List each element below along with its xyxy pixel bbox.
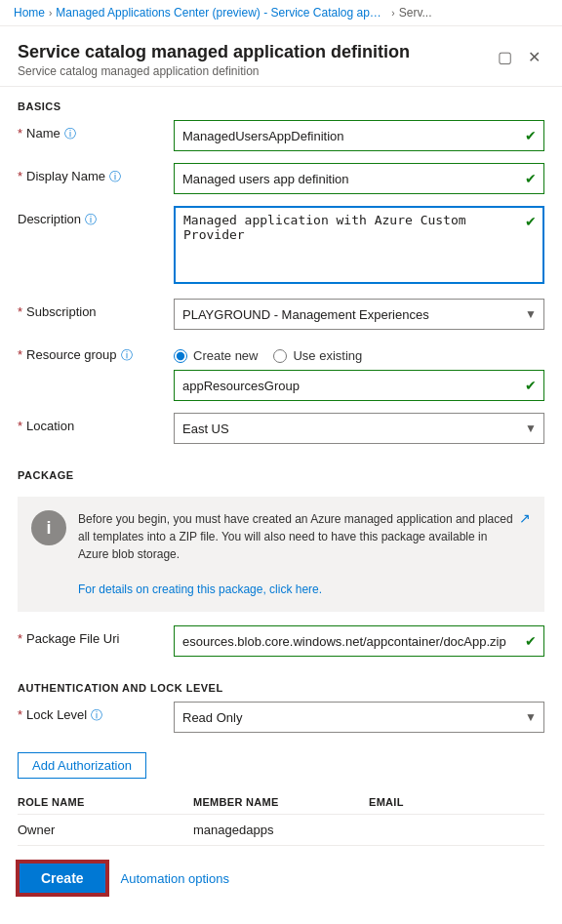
name-control: ✔ bbox=[174, 120, 544, 151]
panel-subtitle: Service catalog managed application defi… bbox=[18, 64, 410, 78]
breadcrumb-current: Serv... bbox=[399, 6, 432, 20]
name-input[interactable] bbox=[174, 120, 544, 151]
description-valid-icon: ✔ bbox=[525, 214, 537, 229]
panel-title-section: Service catalog managed application defi… bbox=[18, 42, 410, 78]
add-authorization-button[interactable]: Add Authorization bbox=[18, 752, 146, 779]
auth-table-header: ROLE NAME MEMBER NAME EMAIL bbox=[18, 790, 544, 815]
table-row: Owner managedapps bbox=[18, 815, 544, 846]
auth-section-title: AUTHENTICATION AND LOCK LEVEL bbox=[18, 668, 544, 702]
display-name-label: * Display Name ⓘ bbox=[18, 163, 174, 185]
table-row-email bbox=[369, 823, 544, 837]
rg-info-icon[interactable]: ⓘ bbox=[121, 347, 133, 364]
use-existing-label-text: Use existing bbox=[293, 348, 362, 363]
lock-level-label-text: Lock Level bbox=[26, 707, 87, 722]
package-uri-required-star: * bbox=[18, 631, 22, 646]
panel-actions: ▢ ✕ bbox=[494, 46, 544, 68]
display-name-row: * Display Name ⓘ ✔ bbox=[18, 163, 544, 194]
resource-group-input-control: ✔ bbox=[174, 370, 544, 401]
location-row: * Location East US ▼ bbox=[18, 413, 544, 444]
create-new-radio[interactable] bbox=[174, 349, 187, 363]
subscription-required-star: * bbox=[18, 304, 22, 319]
footer: Create Automation options bbox=[0, 846, 562, 910]
resource-group-label-text: Resource group bbox=[26, 347, 117, 362]
description-textarea[interactable]: Managed application with Azure Custom Pr… bbox=[174, 206, 544, 284]
create-button[interactable]: Create bbox=[18, 862, 107, 895]
breadcrumb-home[interactable]: Home bbox=[14, 6, 45, 20]
display-name-required-star: * bbox=[18, 169, 22, 183]
use-existing-radio-label[interactable]: Use existing bbox=[273, 348, 362, 363]
subscription-control: PLAYGROUND - Management Experiences ▼ bbox=[174, 299, 544, 330]
external-link-icon[interactable]: ↗ bbox=[519, 508, 531, 529]
info-box-text: ↗ Before you begin, you must have create… bbox=[78, 510, 531, 598]
form-content: BASICS * Name ⓘ ✔ * Display Name ⓘ ✔ bbox=[0, 87, 562, 846]
use-existing-radio[interactable] bbox=[273, 349, 287, 363]
location-label-text: Location bbox=[26, 419, 74, 433]
description-control: Managed application with Azure Custom Pr… bbox=[174, 206, 544, 287]
location-control: East US ▼ bbox=[174, 413, 544, 444]
restore-button[interactable]: ▢ bbox=[494, 46, 516, 68]
name-label: * Name ⓘ bbox=[18, 120, 174, 142]
main-panel: Service catalog managed application defi… bbox=[0, 26, 562, 924]
package-uri-valid-icon: ✔ bbox=[525, 633, 537, 649]
col-role-name-header: ROLE NAME bbox=[18, 796, 193, 808]
lock-level-required-star: * bbox=[18, 707, 22, 722]
lock-level-row: * Lock Level ⓘ Read Only ▼ bbox=[18, 702, 544, 733]
col-email-header: EMAIL bbox=[369, 796, 544, 808]
resource-group-input-row: ✔ bbox=[18, 370, 544, 401]
location-select[interactable]: East US bbox=[174, 413, 544, 444]
resource-group-label: * Resource group ⓘ bbox=[18, 341, 174, 364]
package-uri-label: * Package File Uri bbox=[18, 625, 174, 646]
display-name-valid-icon: ✔ bbox=[525, 171, 537, 186]
lock-level-label: * Lock Level ⓘ bbox=[18, 702, 174, 724]
name-required-star: * bbox=[18, 126, 22, 141]
rg-valid-icon: ✔ bbox=[525, 378, 537, 393]
automation-options-link[interactable]: Automation options bbox=[121, 871, 229, 886]
breadcrumb-managed-apps[interactable]: Managed Applications Center (preview) - … bbox=[56, 6, 387, 20]
create-new-label-text: Create new bbox=[193, 348, 258, 363]
name-label-text: Name bbox=[26, 126, 60, 141]
panel-header: Service catalog managed application defi… bbox=[0, 26, 562, 87]
subscription-label-text: Subscription bbox=[26, 304, 97, 319]
resource-group-input[interactable] bbox=[174, 370, 544, 401]
package-uri-input[interactable] bbox=[174, 625, 544, 657]
basics-section-title: BASICS bbox=[18, 87, 544, 120]
location-label: * Location bbox=[18, 413, 174, 433]
name-info-icon[interactable]: ⓘ bbox=[64, 126, 76, 142]
table-row-member: managedapps bbox=[193, 823, 369, 837]
table-row-role: Owner bbox=[18, 823, 193, 837]
display-name-info-icon[interactable]: ⓘ bbox=[109, 169, 121, 185]
description-info-icon[interactable]: ⓘ bbox=[85, 212, 97, 228]
description-label-text: Description bbox=[18, 212, 81, 226]
location-required-star: * bbox=[18, 419, 22, 433]
resource-group-top: * Resource group ⓘ Create new Use existi… bbox=[18, 341, 544, 364]
package-info-box: i ↗ Before you begin, you must have crea… bbox=[18, 497, 544, 612]
package-uri-control: ✔ bbox=[174, 625, 544, 657]
close-button[interactable]: ✕ bbox=[524, 46, 544, 68]
panel-title: Service catalog managed application defi… bbox=[18, 42, 410, 62]
package-info-link[interactable]: For details on creating this package, cl… bbox=[78, 583, 322, 596]
rg-required-star: * bbox=[18, 347, 22, 362]
subscription-row: * Subscription PLAYGROUND - Management E… bbox=[18, 299, 544, 330]
breadcrumb-sep-2: › bbox=[391, 8, 394, 19]
create-new-radio-label[interactable]: Create new bbox=[174, 348, 258, 363]
resource-group-radio-group: Create new Use existing bbox=[174, 342, 362, 363]
subscription-select[interactable]: PLAYGROUND - Management Experiences bbox=[174, 299, 544, 330]
name-valid-icon: ✔ bbox=[525, 128, 537, 143]
breadcrumb: Home › Managed Applications Center (prev… bbox=[0, 0, 562, 26]
name-row: * Name ⓘ ✔ bbox=[18, 120, 544, 151]
package-uri-row: * Package File Uri ✔ bbox=[18, 625, 544, 657]
breadcrumb-sep-1: › bbox=[49, 8, 52, 19]
package-info-main-text: Before you begin, you must have created … bbox=[78, 512, 513, 561]
display-name-control: ✔ bbox=[174, 163, 544, 194]
lock-level-select[interactable]: Read Only bbox=[174, 702, 544, 733]
resource-group-row: * Resource group ⓘ Create new Use existi… bbox=[18, 341, 544, 401]
package-section-title: PACKAGE bbox=[18, 456, 544, 489]
display-name-label-text: Display Name bbox=[26, 169, 105, 183]
lock-level-info-icon[interactable]: ⓘ bbox=[91, 707, 102, 724]
display-name-input[interactable] bbox=[174, 163, 544, 194]
col-member-name-header: MEMBER NAME bbox=[193, 796, 369, 808]
description-label: Description ⓘ bbox=[18, 206, 174, 228]
lock-level-control: Read Only ▼ bbox=[174, 702, 544, 733]
package-uri-label-text: Package File Uri bbox=[26, 631, 119, 646]
info-box-icon: i bbox=[31, 510, 66, 545]
